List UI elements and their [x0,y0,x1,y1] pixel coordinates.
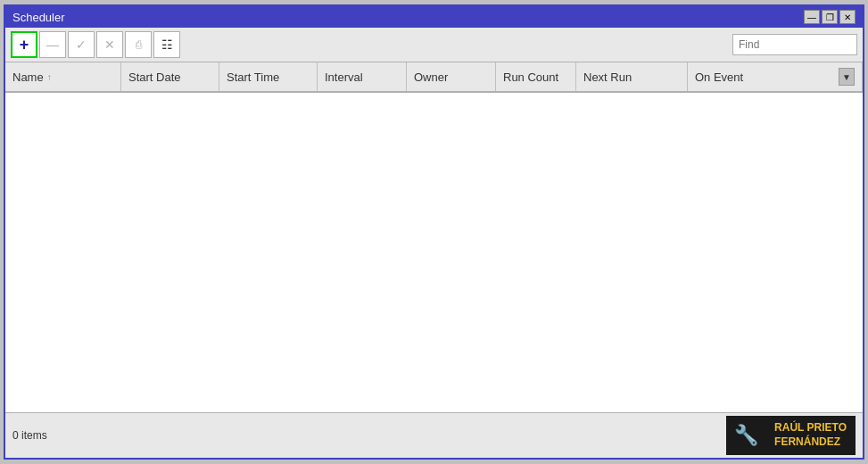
table-body [5,93,863,412]
confirm-button[interactable]: ✓ [68,31,95,58]
items-count: 0 items [12,429,47,442]
toolbar: + — ✓ ✕ ⎙ ☷ [5,28,863,62]
title-bar: Scheduler — ❒ ✕ [5,6,863,28]
on-event-dropdown[interactable]: ▼ [839,68,855,86]
main-window: Scheduler — ❒ ✕ + — ✓ ✕ ⎙ ☷ Name ↑ Start… [4,4,864,460]
title-bar-controls: — ❒ ✕ [804,10,856,24]
column-run-count: Run Count [496,62,576,91]
cancel-button[interactable]: ✕ [96,31,123,58]
table-area: Name ↑ Start Date Start Time Interval Ow… [5,62,863,412]
restore-button[interactable]: ❒ [822,10,838,24]
copy-button[interactable]: ⎙ [125,31,152,58]
filter-button[interactable]: ☷ [153,31,180,58]
remove-button[interactable]: — [39,31,66,58]
watermark: 🔧 RAÚL PRIETO FERNÁNDEZ [726,416,856,455]
find-input[interactable] [732,34,857,55]
column-start-date: Start Date [121,62,219,91]
statusbar: 0 items 🔧 RAÚL PRIETO FERNÁNDEZ [5,412,863,458]
column-on-event: On Event ▼ [688,62,863,91]
watermark-text: RAÚL PRIETO FERNÁNDEZ [765,416,856,454]
table-header: Name ↑ Start Date Start Time Interval Ow… [5,62,863,93]
window-title: Scheduler [12,11,65,24]
watermark-icon: 🔧 [726,416,765,455]
column-owner: Owner [407,62,496,91]
add-button[interactable]: + [11,31,37,58]
minimize-button[interactable]: — [804,10,820,24]
column-name: Name ↑ [5,62,121,91]
column-next-run: Next Run [576,62,688,91]
column-start-time: Start Time [219,62,318,91]
close-button[interactable]: ✕ [839,10,856,24]
column-interval: Interval [318,62,407,91]
